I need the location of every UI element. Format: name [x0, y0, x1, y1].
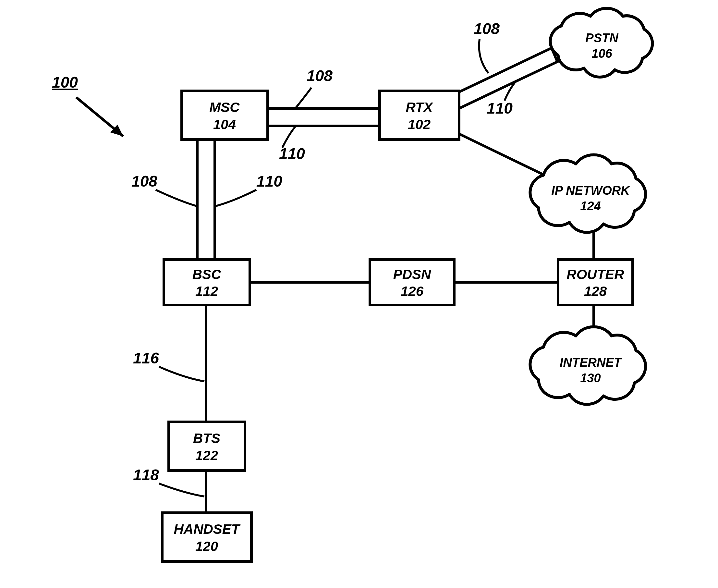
ref-108-top: 108 [295, 67, 333, 108]
svg-text:110: 110 [256, 173, 282, 190]
svg-text:116: 116 [133, 350, 159, 367]
figure-ref-label: 100 [52, 74, 78, 91]
ref-108-diag: 108 [474, 20, 500, 73]
node-pstn-cloud: PSTN 106 [550, 8, 652, 77]
msc-num: 104 [213, 117, 236, 132]
ref-110-below-msc-rtx: 110 [279, 127, 305, 162]
ipnet-num: 124 [580, 199, 600, 213]
ipnet-name: IP NETWORK [551, 184, 630, 197]
ref-116: 116 [133, 350, 205, 381]
ref-110-right: 110 [216, 173, 282, 206]
router-num: 128 [584, 284, 607, 299]
bsc-num: 112 [195, 284, 218, 299]
node-bsc: BSC 112 [164, 259, 250, 305]
pdsn-num: 126 [401, 284, 424, 299]
rtx-name: RTX [405, 100, 434, 115]
svg-rect-6 [162, 513, 251, 561]
figure-ref-arrow: 100 [52, 74, 123, 136]
svg-rect-1 [380, 91, 459, 140]
internet-num: 130 [580, 371, 600, 385]
bsc-name: BSC [192, 267, 221, 282]
svg-text:118: 118 [133, 466, 159, 484]
link-msc-bsc [197, 140, 215, 259]
svg-text:108: 108 [131, 173, 157, 190]
node-router: ROUTER 128 [558, 259, 633, 305]
svg-text:108: 108 [307, 67, 333, 84]
svg-rect-5 [169, 422, 245, 470]
handset-name: HANDSET [174, 522, 240, 537]
node-ipnet-cloud: IP NETWORK 124 [530, 155, 646, 232]
svg-rect-0 [182, 91, 268, 140]
node-bts: BTS 122 [169, 422, 245, 470]
rtx-num: 102 [408, 117, 430, 132]
pstn-name: PSTN [585, 31, 619, 45]
node-handset: HANDSET 120 [162, 513, 251, 561]
svg-text:108: 108 [474, 20, 500, 37]
node-pdsn: PDSN 126 [370, 259, 454, 305]
bts-name: BTS [193, 430, 220, 446]
ref-108-left: 108 [131, 173, 197, 206]
bts-num: 122 [195, 448, 218, 463]
node-internet-cloud: INTERNET 130 [530, 327, 646, 404]
link-msc-rtx [267, 108, 381, 126]
pdsn-name: PDSN [393, 267, 431, 282]
internet-name: INTERNET [560, 356, 622, 369]
node-msc: MSC 104 [182, 91, 268, 140]
pstn-num: 106 [591, 47, 612, 60]
handset-num: 120 [195, 539, 218, 554]
router-name: ROUTER [567, 267, 624, 282]
node-rtx: RTX 102 [380, 91, 459, 140]
svg-text:110: 110 [487, 100, 513, 117]
msc-name: MSC [209, 100, 240, 115]
